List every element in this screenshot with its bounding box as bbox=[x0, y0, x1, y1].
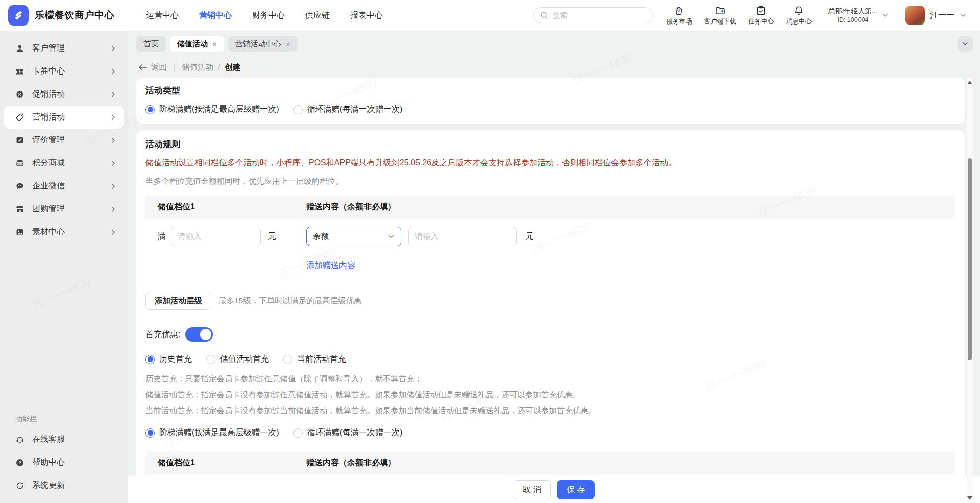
tier-table-header: 储值档位1 赠送内容（余额非必填） bbox=[145, 196, 955, 219]
navbar-divider bbox=[897, 8, 897, 23]
nav-supply-chain[interactable]: 供应链 bbox=[305, 10, 330, 21]
activity-type-options: 阶梯满赠(按满足最高层级赠一次) 循环满赠(每满一次赠一次) bbox=[145, 104, 965, 115]
chevron-right-icon bbox=[110, 160, 116, 166]
group-buy-icon bbox=[15, 205, 24, 214]
tier-priority-note: 当多个档位充值金额相同时，优先应用上一层级的档位。 bbox=[145, 176, 955, 187]
search-input[interactable] bbox=[552, 11, 646, 19]
task-center-button[interactable]: 任务中心 bbox=[748, 5, 774, 26]
nav-marketing-center[interactable]: 营销中心 bbox=[199, 10, 232, 21]
message-center-button[interactable]: 消息中心 bbox=[786, 5, 812, 26]
radio-selected-icon bbox=[145, 105, 155, 114]
top-navbar: 乐檬餐饮商户中心 运营中心 营销中心 财务中心 供应链 报表中心 服务市场 bbox=[0, 0, 980, 31]
radio-unselected-icon bbox=[293, 428, 303, 438]
sidebar-item-points-mall[interactable]: 积分商城 bbox=[4, 152, 124, 175]
chevron-right-icon bbox=[110, 45, 116, 52]
chevron-down-icon bbox=[388, 233, 395, 240]
nav-report-center[interactable]: 报表中心 bbox=[350, 10, 383, 21]
radio-unselected-icon bbox=[293, 105, 303, 114]
first-charge-options: 历史首充 储值活动首充 当前活动首充 bbox=[145, 354, 955, 365]
note-line: 历史首充：只要指定会员卡参加过任意储值（除了调整和导入），就不算首充； bbox=[145, 371, 955, 387]
scroll-down-arrow-icon[interactable] bbox=[967, 496, 972, 500]
breadcrumb: 返回 储值活动 / 创建 bbox=[128, 57, 980, 78]
cancel-button[interactable]: 取 消 bbox=[513, 480, 551, 499]
marketing-tag-icon bbox=[15, 113, 24, 122]
tab-bar: 首页 储值活动 × 营销活动中心 × bbox=[128, 31, 980, 57]
radio-unselected-icon bbox=[206, 355, 215, 364]
action-footer: 取 消 保 存 bbox=[128, 476, 980, 503]
tab-marketing-activity-center[interactable]: 营销活动中心 × bbox=[228, 36, 298, 52]
org-switcher[interactable]: 总部/年轻人第... ID: 100004 bbox=[828, 7, 889, 24]
radio-history-first-charge[interactable]: 历史首充 bbox=[145, 354, 192, 365]
client-download-button[interactable]: 客户端下载 bbox=[704, 5, 736, 26]
chevron-right-icon bbox=[110, 137, 116, 143]
org-name: 总部/年轻人第... bbox=[828, 7, 877, 16]
radio-current-activity-first-charge[interactable]: 当前活动首充 bbox=[283, 354, 346, 365]
tier-table-row: 满 元 余额 bbox=[145, 219, 955, 283]
tier-table-2: 储值档位1 赠送内容（余额非必填） bbox=[145, 451, 955, 474]
brand-name: 乐檬餐饮商户中心 bbox=[35, 9, 114, 22]
scroll-up-arrow-icon[interactable] bbox=[967, 81, 972, 84]
first-charge-type-options: 阶梯满赠(按满足最高层级赠一次) 循环满赠(每满一次赠一次) bbox=[145, 427, 955, 438]
chevron-right-icon bbox=[110, 183, 116, 189]
sidebar-item-group-buy[interactable]: 团购管理 bbox=[4, 198, 124, 221]
add-activity-level-button[interactable]: 添加活动层级 bbox=[145, 292, 211, 310]
activity-type-title: 活动类型 bbox=[145, 85, 965, 97]
tab-stored-value-activity[interactable]: 储值活动 × bbox=[170, 36, 224, 52]
gift-type-select[interactable]: 余额 bbox=[306, 227, 401, 246]
tab-home[interactable]: 首页 bbox=[136, 36, 166, 52]
activity-rules-title: 活动规则 bbox=[145, 138, 955, 150]
gift-amount-input[interactable] bbox=[408, 227, 517, 246]
support-icon bbox=[15, 435, 24, 444]
org-id: ID: 100004 bbox=[837, 16, 868, 24]
sidebar-item-system-update[interactable]: 系统更新 bbox=[4, 474, 124, 497]
back-button[interactable]: 返回 bbox=[138, 62, 167, 73]
radio-loop-gift-2[interactable]: 循环满赠(每满一次赠一次) bbox=[293, 427, 403, 438]
sidebar-item-media-center[interactable]: 素材中心 bbox=[4, 221, 124, 244]
user-menu[interactable]: 汪一一 bbox=[905, 6, 967, 25]
main-area: 首页 储值活动 × 营销活动中心 × 返回 储值活动 / bbox=[128, 31, 980, 503]
vertical-scrollbar[interactable] bbox=[967, 78, 973, 503]
global-search[interactable] bbox=[533, 7, 653, 23]
tier-amount-input[interactable] bbox=[171, 227, 261, 246]
nav-finance-center[interactable]: 财务中心 bbox=[252, 10, 285, 21]
radio-stored-activity-first-charge[interactable]: 储值活动首充 bbox=[206, 354, 269, 365]
wecom-icon bbox=[15, 182, 24, 191]
sidebar-item-coupon-center[interactable]: 卡券中心 bbox=[4, 60, 124, 83]
market-bag-icon bbox=[673, 5, 684, 16]
save-button[interactable]: 保 存 bbox=[557, 480, 595, 499]
sidebar-item-promotion-activity[interactable]: 促销活动 bbox=[4, 83, 124, 106]
service-market-button[interactable]: 服务市场 bbox=[666, 5, 692, 26]
radio-loop-gift[interactable]: 循环满赠(每满一次赠一次) bbox=[293, 104, 403, 115]
sidebar-item-online-support[interactable]: 在线客服 bbox=[4, 428, 124, 451]
promotion-icon bbox=[15, 90, 24, 99]
add-gift-content-link[interactable]: 添加赠送内容 bbox=[306, 260, 355, 271]
app-window: 乐檬餐饮商户中心 运营中心 营销中心 财务中心 供应链 报表中心 服务市场 bbox=[0, 0, 980, 503]
note-line: 储值活动首充：指定会员卡没有参加过任意储值活动，就算首充。如果参加储值活动但是未… bbox=[145, 387, 955, 402]
sidebar-item-customer-management[interactable]: 客户管理 bbox=[4, 37, 124, 60]
nav-operation-center[interactable]: 运营中心 bbox=[146, 10, 179, 21]
sidebar-item-wecom[interactable]: 企业微信 bbox=[4, 175, 124, 198]
radio-tiered-gift[interactable]: 阶梯满赠(按满足最高层级赠一次) bbox=[145, 104, 279, 115]
org-info: 总部/年轻人第... ID: 100004 bbox=[828, 7, 877, 24]
message-bell-icon bbox=[793, 5, 804, 16]
sidebar-tools: 功能栏 在线客服 ? 帮助中心 系统更新 bbox=[0, 415, 128, 497]
first-charge-toggle[interactable] bbox=[185, 327, 213, 342]
radio-tiered-gift-2[interactable]: 阶梯满赠(按满足最高层级赠一次) bbox=[145, 427, 279, 438]
gift-col-header: 赠送内容（余额非必填） bbox=[300, 458, 955, 468]
breadcrumb-parent[interactable]: 储值活动 bbox=[182, 62, 213, 73]
sidebar-item-marketing-activity[interactable]: 营销活动 bbox=[4, 106, 124, 129]
scrollbar-thumb[interactable] bbox=[968, 158, 972, 360]
sidebar-item-review-management[interactable]: 评价管理 bbox=[4, 129, 124, 152]
note-line: 当前活动首充：指定会员卡没有参加过当前储值活动，就算首充。如果参加当前储值活动但… bbox=[145, 402, 955, 418]
client-download-label: 客户端下载 bbox=[704, 17, 736, 26]
version-warning-text: 储值活动设置相同档位多个活动时，小程序、POS和APP端只有升级到25.05.2… bbox=[145, 158, 955, 169]
tab-list-expander[interactable] bbox=[958, 36, 973, 52]
tools-label: 功能栏 bbox=[0, 415, 128, 424]
close-icon[interactable]: × bbox=[286, 40, 290, 48]
svg-text:?: ? bbox=[18, 460, 21, 465]
sidebar-item-help-center[interactable]: ? 帮助中心 bbox=[4, 451, 124, 474]
task-center-label: 任务中心 bbox=[748, 17, 774, 26]
chevron-right-icon bbox=[110, 229, 116, 235]
message-center-label: 消息中心 bbox=[786, 17, 812, 26]
close-icon[interactable]: × bbox=[212, 40, 217, 48]
